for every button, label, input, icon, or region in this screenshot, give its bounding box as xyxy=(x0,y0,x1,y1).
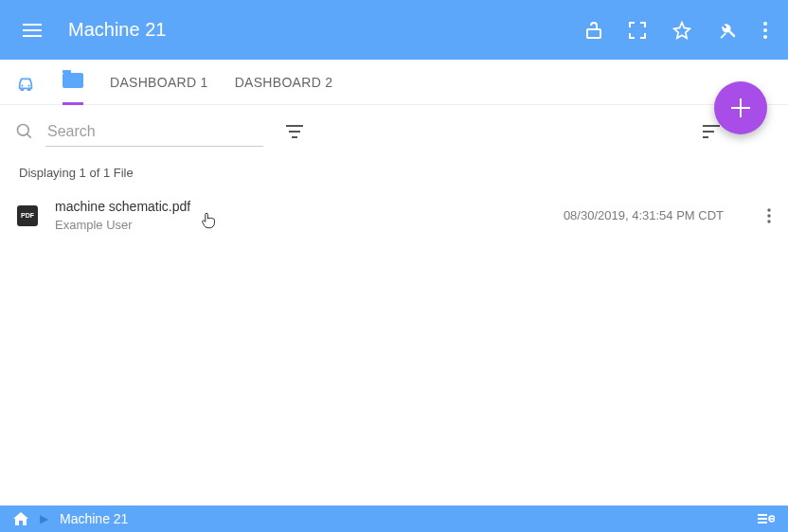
file-name: machine schematic.pdf xyxy=(55,199,190,214)
hamburger-icon xyxy=(23,24,42,37)
filter-button[interactable] xyxy=(286,125,303,138)
folder-icon xyxy=(63,73,83,88)
file-count: Displaying 1 of 1 File xyxy=(0,158,788,187)
tab-files[interactable] xyxy=(63,60,83,105)
svg-point-3 xyxy=(21,84,23,86)
pdf-icon: PDF xyxy=(17,205,38,226)
exit-button[interactable] xyxy=(758,512,775,525)
tab-bar: DASHBOARD 1 DASHBOARD 2 xyxy=(0,60,788,105)
favorite-button[interactable] xyxy=(672,21,691,40)
add-fab[interactable] xyxy=(714,81,767,134)
svg-point-1 xyxy=(763,28,767,32)
svg-point-2 xyxy=(763,35,767,39)
toolbar xyxy=(0,105,788,158)
breadcrumb-bar: ▶ Machine 21 xyxy=(0,505,788,532)
more-vert-icon xyxy=(763,22,767,39)
sort-icon xyxy=(703,125,720,138)
svg-point-8 xyxy=(767,220,770,222)
search-input[interactable] xyxy=(45,117,263,147)
tools-button[interactable] xyxy=(718,21,737,40)
search-icon xyxy=(15,122,34,141)
tab-dashboard-2[interactable]: DASHBOARD 2 xyxy=(235,60,333,105)
appbar-actions xyxy=(585,21,779,40)
svg-point-6 xyxy=(767,208,770,211)
hamburger-menu-button[interactable] xyxy=(15,13,49,47)
lock-button[interactable] xyxy=(585,21,602,40)
file-row-menu-button[interactable] xyxy=(767,208,771,223)
file-date: 08/30/2019, 4:31:54 PM CDT xyxy=(564,208,724,222)
more-vert-icon xyxy=(767,208,771,223)
car-icon xyxy=(15,74,36,91)
breadcrumb-home[interactable] xyxy=(13,512,28,525)
fullscreen-button[interactable] xyxy=(629,22,646,39)
file-owner: Example User xyxy=(55,218,190,232)
filter-icon xyxy=(286,125,303,138)
breadcrumb-current: Machine 21 xyxy=(60,511,128,526)
home-icon xyxy=(13,512,28,525)
page-title: Machine 21 xyxy=(68,19,166,41)
svg-point-5 xyxy=(18,125,29,136)
file-meta: machine schematic.pdf Example User xyxy=(55,199,190,232)
appbar: Machine 21 xyxy=(0,0,788,60)
file-row[interactable]: PDF machine schematic.pdf Example User 0… xyxy=(0,187,788,243)
tab-overview[interactable] xyxy=(15,60,36,105)
chevron-right-icon: ▶ xyxy=(40,512,48,525)
cursor-icon xyxy=(201,212,216,229)
svg-point-7 xyxy=(767,214,770,217)
plus-icon xyxy=(731,98,750,117)
sort-button[interactable] xyxy=(703,125,720,138)
svg-point-4 xyxy=(28,84,30,86)
star-icon xyxy=(672,21,691,40)
tools-icon xyxy=(718,21,737,40)
svg-point-0 xyxy=(763,22,767,26)
tab-dashboard-1[interactable]: DASHBOARD 1 xyxy=(110,60,208,105)
more-button[interactable] xyxy=(763,22,767,39)
fullscreen-icon xyxy=(629,22,646,39)
unlock-icon xyxy=(585,21,602,40)
exit-icon xyxy=(758,512,775,525)
